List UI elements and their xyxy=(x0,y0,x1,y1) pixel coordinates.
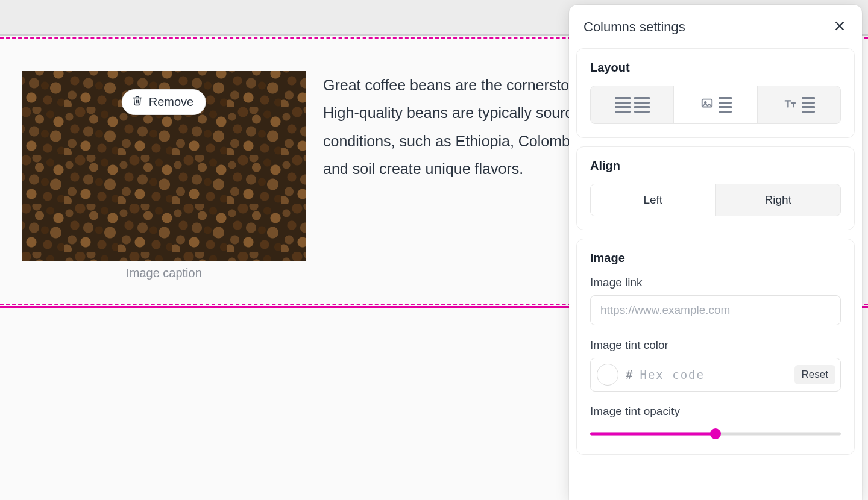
panel-title: Columns settings xyxy=(583,19,685,35)
remove-image-button[interactable]: Remove xyxy=(122,89,206,115)
column-image: Remove Image caption xyxy=(22,71,306,280)
image-card: Image Image link Image tint color # Rese… xyxy=(576,239,855,455)
layout-option-text-text[interactable] xyxy=(591,86,674,123)
tint-color-swatch[interactable] xyxy=(597,364,618,386)
align-left-label: Left xyxy=(643,193,662,207)
tint-hex-input[interactable] xyxy=(640,368,787,381)
text-lines-icon xyxy=(719,97,732,113)
image-link-input[interactable] xyxy=(590,295,841,325)
tint-reset-label: Reset xyxy=(802,369,828,380)
align-title: Align xyxy=(590,159,841,173)
heading-icon xyxy=(782,97,798,113)
layout-option-image-text[interactable] xyxy=(674,86,757,123)
panel-body: Layout xyxy=(569,48,862,467)
panel-header: Columns settings xyxy=(569,5,862,48)
close-panel-button[interactable] xyxy=(832,18,848,36)
image-title: Image xyxy=(590,251,841,265)
columns-settings-panel: Columns settings Layout xyxy=(569,5,862,500)
image-link-label: Image link xyxy=(590,276,841,289)
tint-opacity-slider[interactable] xyxy=(590,427,841,441)
text-lines-icon xyxy=(802,97,815,113)
align-option-right[interactable]: Right xyxy=(716,184,841,216)
align-segmented: Left Right xyxy=(590,184,841,216)
align-option-left[interactable]: Left xyxy=(591,184,716,216)
image-caption-placeholder[interactable]: Image caption xyxy=(126,266,202,280)
align-right-label: Right xyxy=(765,193,791,207)
image-icon xyxy=(699,97,715,113)
layout-card: Layout xyxy=(576,48,855,138)
layout-segmented xyxy=(590,86,841,124)
slider-thumb[interactable] xyxy=(710,428,721,439)
image-tint-color-label: Image tint color xyxy=(590,339,841,352)
block-image[interactable]: Remove xyxy=(22,71,306,261)
close-icon xyxy=(833,24,846,34)
layout-title: Layout xyxy=(590,61,841,75)
image-tint-opacity-label: Image tint opacity xyxy=(590,405,841,418)
layout-option-heading-text[interactable] xyxy=(758,86,840,123)
hex-prefix: # xyxy=(626,368,632,381)
trash-icon xyxy=(132,95,143,109)
tint-color-row: # Reset xyxy=(590,358,841,392)
text-columns-icon xyxy=(615,97,650,113)
remove-image-label: Remove xyxy=(149,95,193,109)
align-card: Align Left Right xyxy=(576,146,855,230)
slider-fill xyxy=(590,433,715,436)
tint-reset-button[interactable]: Reset xyxy=(794,365,835,384)
